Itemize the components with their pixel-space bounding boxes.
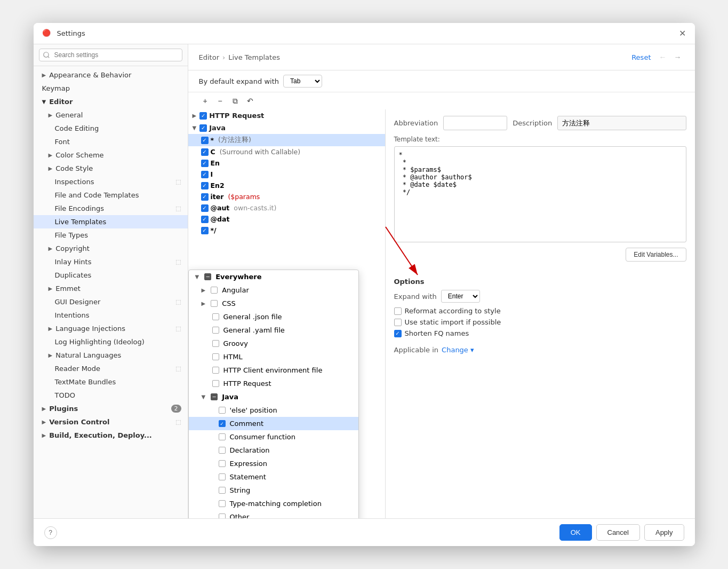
sidebar-item-color-scheme[interactable]: ▶ Color Scheme <box>34 148 188 162</box>
dd-checkbox[interactable] <box>219 473 226 480</box>
sidebar-item-build-execution[interactable]: ▶ Build, Execution, Deploy... <box>34 429 188 442</box>
option-shorten-fq-checkbox[interactable] <box>394 330 402 337</box>
change-link[interactable]: Change ▾ <box>442 346 474 354</box>
dd-checkbox[interactable] <box>212 313 219 320</box>
ok-button[interactable]: OK <box>559 524 592 541</box>
template-item-c[interactable]: C (Surround with Callable) <box>188 146 385 157</box>
option-static-import-checkbox[interactable] <box>394 319 402 326</box>
sidebar-item-editor[interactable]: ▼ Editor <box>34 95 188 108</box>
sidebar-item-intentions[interactable]: Intentions <box>34 309 188 322</box>
sidebar-item-live-templates[interactable]: Live Templates <box>34 215 188 228</box>
dd-checkbox[interactable] <box>219 513 226 518</box>
undo-button[interactable]: ↶ <box>244 94 257 107</box>
template-text-area[interactable]: * * * $params$ * @author $author$ * @dat… <box>394 146 686 242</box>
template-item-6[interactable]: @dat <box>188 214 385 225</box>
dd-checkbox[interactable] <box>212 353 219 360</box>
group-header-java[interactable]: ▼ Java <box>188 122 385 134</box>
dd-checkbox[interactable] <box>212 380 219 387</box>
expand-with-select[interactable]: Tab Space Enter <box>283 75 322 88</box>
item-checkbox[interactable] <box>201 160 209 167</box>
dd-item-declaration[interactable]: Declaration <box>189 444 358 457</box>
dd-item-java-group[interactable]: ▼ Java <box>189 390 358 404</box>
template-item-star[interactable]: * (方法注释) <box>188 134 385 146</box>
dd-item-else-position[interactable]: 'else' position <box>189 404 358 417</box>
dd-checkbox[interactable] <box>212 340 219 347</box>
sidebar-item-font[interactable]: Font <box>34 135 188 148</box>
dd-checkbox[interactable] <box>219 447 226 454</box>
dd-item-http-client-env[interactable]: HTTP Client environment file <box>189 363 358 377</box>
item-checkbox[interactable] <box>201 216 209 223</box>
sidebar-item-file-encodings[interactable]: File Encodings ⬚ <box>34 202 188 215</box>
dd-item-consumer-function[interactable]: Consumer function <box>189 430 358 444</box>
help-button[interactable]: ? <box>44 526 57 539</box>
template-item-5[interactable]: @aut own-casts.it) <box>188 202 385 214</box>
sidebar-item-copyright[interactable]: ▶ Copyright <box>34 242 188 255</box>
dd-checkbox[interactable] <box>219 487 226 494</box>
dd-item-angular[interactable]: ▶ Angular <box>189 283 358 297</box>
dd-item-general-yaml[interactable]: General .yaml file <box>189 323 358 337</box>
dd-checkbox[interactable] <box>212 367 219 374</box>
search-input[interactable] <box>39 49 182 61</box>
dd-item-css[interactable]: ▶ CSS <box>189 297 358 310</box>
item-checkbox[interactable] <box>201 182 209 189</box>
sidebar-item-code-editing[interactable]: Code Editing <box>34 122 188 135</box>
sidebar-item-gui-designer[interactable]: GUI Designer ⬚ <box>34 295 188 309</box>
edit-variables-button[interactable]: Edit Variables... <box>626 248 686 262</box>
item-checkbox[interactable] <box>201 193 209 201</box>
sidebar-item-file-types[interactable]: File Types <box>34 228 188 242</box>
expand-with-option-select[interactable]: Enter Tab Space <box>441 290 480 303</box>
sidebar-item-textmate-bundles[interactable]: TextMate Bundles <box>34 375 188 389</box>
abbreviation-input[interactable] <box>443 116 507 130</box>
dd-item-expression[interactable]: Expression <box>189 457 358 470</box>
item-checkbox[interactable] <box>201 137 209 144</box>
sidebar-item-log-highlighting[interactable]: Log Highlighting (Ideolog) <box>34 335 188 349</box>
sidebar-item-version-control[interactable]: ▶ Version Control ⬚ <box>34 415 188 429</box>
dd-item-comment[interactable]: Comment <box>189 417 358 430</box>
template-item-1[interactable]: En <box>188 157 385 169</box>
template-item-2[interactable]: I <box>188 169 385 180</box>
copy-template-button[interactable]: ⧉ <box>229 94 242 107</box>
dd-checkbox[interactable] <box>211 300 218 307</box>
dd-item-other[interactable]: Other <box>189 510 358 518</box>
item-checkbox[interactable] <box>201 148 209 156</box>
dd-checkbox[interactable] <box>219 407 226 414</box>
group-checkbox-java[interactable] <box>199 124 207 132</box>
apply-button[interactable]: Apply <box>644 524 684 541</box>
template-item-3[interactable]: En2 <box>188 180 385 191</box>
sidebar-item-plugins[interactable]: ▶ Plugins 2 <box>34 402 188 415</box>
sidebar-item-code-style[interactable]: ▶ Code Style <box>34 162 188 175</box>
dd-item-groovy[interactable]: Groovy <box>189 337 358 350</box>
sidebar-item-natural-languages[interactable]: ▶ Natural Languages <box>34 349 188 362</box>
template-item-7[interactable]: */ <box>188 225 385 236</box>
dd-item-everywhere[interactable]: ▼ Everywhere <box>189 270 358 283</box>
dd-checkbox[interactable] <box>219 500 226 507</box>
nav-back-button[interactable]: ← <box>657 51 669 64</box>
dd-item-string[interactable]: String <box>189 484 358 497</box>
sidebar-item-todo[interactable]: TODO <box>34 389 188 402</box>
sidebar-item-appearance[interactable]: ▶ Appearance & Behavior <box>34 68 188 82</box>
sidebar-item-general[interactable]: ▶ General <box>34 108 188 122</box>
sidebar-item-inspections[interactable]: Inspections ⬚ <box>34 175 188 188</box>
item-checkbox[interactable] <box>201 204 209 212</box>
sidebar-item-keymap[interactable]: Keymap <box>34 82 188 95</box>
group-checkbox-http-request[interactable] <box>199 112 207 120</box>
dd-item-type-matching[interactable]: Type-matching completion <box>189 497 358 510</box>
option-reformat-checkbox[interactable] <box>394 307 402 315</box>
sidebar-item-emmet[interactable]: ▶ Emmet <box>34 282 188 295</box>
dd-checkbox[interactable] <box>219 460 226 467</box>
group-header-http-request[interactable]: ▶ HTTP Request <box>188 109 385 122</box>
dd-checkbox[interactable] <box>211 287 218 294</box>
nav-forward-button[interactable]: → <box>671 51 684 64</box>
sidebar-item-inlay-hints[interactable]: Inlay Hints ⬚ <box>34 255 188 268</box>
dd-item-statement[interactable]: Statement <box>189 470 358 484</box>
dd-checkbox[interactable] <box>219 433 226 440</box>
dd-item-general-json[interactable]: General .json file <box>189 310 358 323</box>
item-checkbox[interactable] <box>201 171 209 178</box>
item-checkbox[interactable] <box>201 227 209 234</box>
breadcrumb-parent[interactable]: Editor <box>199 53 219 61</box>
description-input[interactable] <box>557 116 686 130</box>
dd-item-http-request[interactable]: HTTP Request <box>189 377 358 390</box>
dd-checkbox[interactable] <box>212 327 219 334</box>
remove-template-button[interactable]: − <box>214 94 227 107</box>
reset-button[interactable]: Reset <box>631 53 651 61</box>
